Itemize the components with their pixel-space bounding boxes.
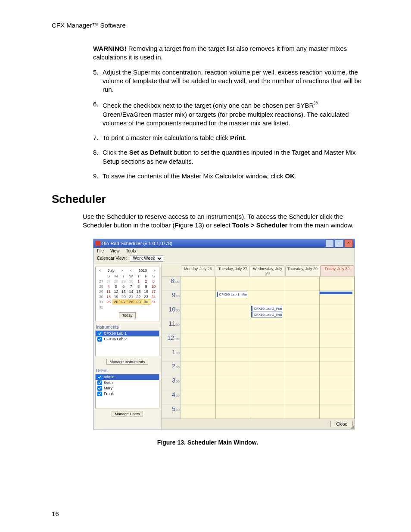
calendar-day[interactable]	[150, 305, 157, 310]
maximize-button[interactable]: □	[335, 240, 343, 247]
instruments-list[interactable]: CFX96 Lab 1CFX96 Lab 2	[95, 330, 159, 356]
hour-label: 1100	[162, 319, 181, 333]
list-item-checkbox[interactable]	[97, 337, 102, 342]
calendar-day[interactable]: 26	[112, 299, 120, 305]
day-column[interactable]	[285, 277, 320, 419]
manage-instruments-button[interactable]: Manage Instruments	[106, 359, 148, 365]
minical-year: 2010	[138, 268, 147, 273]
calendar-day[interactable]: 7	[128, 284, 135, 289]
users-list[interactable]: adminKeithMaryFrank	[95, 374, 159, 408]
calendar-day[interactable]: 15	[135, 289, 142, 294]
prev-month-icon[interactable]: <	[98, 268, 102, 273]
running-header: CFX Manager™ Software	[52, 22, 364, 29]
day-header[interactable]: Monday, July 26	[181, 265, 215, 276]
calendar-day[interactable]: 27	[105, 279, 112, 284]
calendar-day[interactable]: 4	[105, 284, 112, 289]
calendar-view-label: Calendar View :	[97, 256, 127, 261]
list-item-checkbox[interactable]	[97, 375, 102, 380]
calendar-day[interactable]: 30	[142, 299, 149, 305]
calendar-day[interactable]: 6	[120, 284, 127, 289]
calendar-day[interactable]: 25	[105, 299, 112, 305]
day-column[interactable]: CFX96 Lab 1_Mary	[216, 277, 251, 419]
list-item[interactable]: Keith	[96, 380, 159, 386]
calendar-day[interactable]: 30	[128, 279, 135, 284]
calendar-day[interactable]: 3	[150, 279, 157, 284]
section-heading: Scheduler	[52, 193, 364, 206]
day-column[interactable]: CFX96 Lab 2_FrankCFX96 Lab 2_Keith	[250, 277, 285, 419]
calendar-day[interactable]: 24	[150, 294, 157, 299]
schedule-grid[interactable]: 8AM9001000110012PM100200300400500 CFX96 …	[162, 277, 355, 419]
scheduler-intro: Use the Scheduler to reserve access to a…	[83, 212, 364, 230]
list-item-checkbox[interactable]	[97, 386, 102, 391]
hour-label: 1000	[162, 305, 181, 319]
calendar-day[interactable]	[142, 305, 149, 310]
hour-label: 12PM	[162, 333, 181, 348]
menu-view[interactable]: View	[110, 249, 120, 253]
calendar-day[interactable]: 23	[142, 294, 149, 299]
calendar-day[interactable]: 28	[128, 299, 135, 305]
close-window-button[interactable]: ×	[344, 240, 353, 247]
calendar-day[interactable]: 2	[142, 279, 149, 284]
day-header[interactable]: Wednesday, July 28	[251, 265, 285, 276]
hour-label: 8AM	[162, 277, 181, 291]
next-year-icon[interactable]: >	[153, 268, 156, 273]
resize-grip-icon[interactable]	[349, 424, 354, 429]
calendar-day[interactable]: 17	[150, 289, 157, 294]
list-item[interactable]: Frank	[96, 391, 159, 397]
calendar-day[interactable]: 10	[150, 284, 157, 289]
calendar-day[interactable]	[120, 305, 127, 310]
calendar-day[interactable]	[135, 305, 142, 310]
list-item[interactable]: CFX96 Lab 2	[96, 336, 159, 342]
calendar-day[interactable]: 29	[135, 299, 142, 305]
calendar-view-select[interactable]: Work Week	[130, 255, 163, 262]
warning-paragraph: WARNING! Removing a target from the targ…	[93, 44, 364, 62]
calendar-day[interactable]: 12	[112, 289, 120, 294]
list-item[interactable]: CFX96 Lab 1	[96, 331, 159, 336]
calendar-day[interactable]: 31	[150, 299, 157, 305]
calendar-day[interactable]: 16	[142, 289, 149, 294]
menu-tools[interactable]: Tools	[126, 249, 136, 253]
warning-label: WARNING!	[93, 45, 127, 52]
hour-label: 500	[162, 404, 181, 419]
calendar-day[interactable]: 14	[128, 289, 135, 294]
day-header[interactable]: Thursday, July 29	[285, 265, 319, 276]
calendar-day[interactable]	[105, 305, 112, 310]
prev-year-icon[interactable]: <	[129, 268, 133, 273]
calendar-day[interactable]: 1	[135, 279, 142, 284]
mini-calendar[interactable]: < July > < 2010 > SMTWTFS272728293012328…	[95, 267, 159, 321]
calendar-day[interactable]: 21	[128, 294, 135, 299]
minimize-button[interactable]: _	[325, 240, 334, 247]
today-button[interactable]: Today	[119, 312, 135, 318]
calendar-day[interactable]: 19	[112, 294, 120, 299]
calendar-day[interactable]	[112, 305, 120, 310]
list-item-checkbox[interactable]	[97, 392, 102, 396]
calendar-day[interactable]: 29	[120, 279, 127, 284]
calendar-day[interactable]	[128, 305, 135, 310]
list-item[interactable]: Mary	[96, 386, 159, 391]
calendar-day[interactable]: 28	[112, 279, 120, 284]
calendar-day[interactable]: 11	[105, 289, 112, 294]
day-column[interactable]	[181, 277, 216, 419]
day-column[interactable]	[320, 277, 355, 419]
day-header[interactable]: Friday, July 30	[320, 265, 354, 276]
steps-list: 5.Adjust the Supermix concentration, rea…	[93, 68, 364, 181]
calendar-day[interactable]: 5	[112, 284, 120, 289]
next-month-icon[interactable]: >	[120, 268, 124, 273]
calendar-day[interactable]: 18	[105, 294, 112, 299]
calendar-day[interactable]: 9	[142, 284, 149, 289]
calendar-day[interactable]: 8	[135, 284, 142, 289]
list-item-checkbox[interactable]	[97, 380, 102, 385]
calendar-day[interactable]: 20	[120, 294, 127, 299]
calendar-day[interactable]: 13	[120, 289, 127, 294]
menu-file[interactable]: File	[97, 249, 104, 253]
calendar-day[interactable]: 22	[135, 294, 142, 299]
calendar-day[interactable]: 27	[120, 299, 127, 305]
manage-users-button[interactable]: Manage Users	[112, 411, 143, 417]
minical-month: July	[108, 268, 115, 273]
calendar-event[interactable]: CFX96 Lab 2_Keith	[251, 312, 282, 317]
calendar-event[interactable]: CFX96 Lab 1_Mary	[217, 292, 248, 297]
day-header[interactable]: Tuesday, July 27	[216, 265, 250, 276]
list-item-checkbox[interactable]	[97, 331, 102, 336]
list-item[interactable]: admin	[96, 374, 159, 380]
calendar-event[interactable]: CFX96 Lab 2_Frank	[251, 306, 282, 311]
